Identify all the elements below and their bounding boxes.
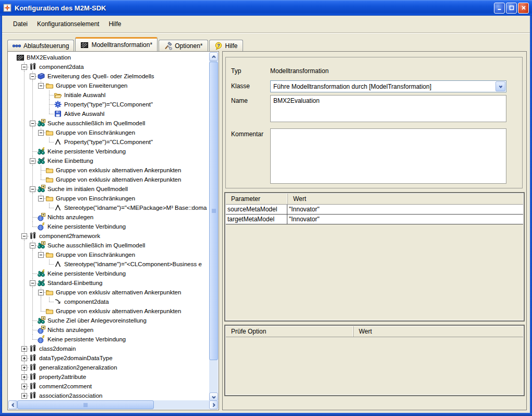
klasse-select[interactable]: Führe Modelltransformation durch [ModelT… — [270, 80, 506, 92]
maximize-button[interactable] — [506, 3, 517, 14]
kommentar-input[interactable] — [270, 128, 506, 184]
tree-item[interactable]: Gruppe von Einschränkungen — [9, 250, 210, 259]
tree-item[interactable]: Nichts anzulegen — [9, 212, 210, 222]
tab-ablaufsteuerung[interactable]: Ablaufsteuerung — [7, 40, 74, 51]
tree-item[interactable]: Erweiterung des Quell- oder Zielmodells — [9, 72, 210, 81]
tree-item[interactable]: Keine persistente Verbindung — [9, 335, 210, 344]
floppy-icon — [54, 110, 62, 118]
tab-optionen[interactable]: Optionen* — [159, 40, 208, 51]
table-row[interactable]: targetMetaModel"Innovator" — [226, 215, 523, 224]
tree-expander-minus[interactable] — [30, 243, 35, 248]
tree-expander-plus[interactable] — [21, 365, 27, 371]
tree-expander-minus[interactable] — [30, 158, 35, 164]
table-row[interactable]: sourceMetaModel"Innovator" — [226, 205, 523, 215]
parameter-table: ParameterWertsourceMetaModel"Innovator"t… — [224, 192, 525, 322]
tree-item[interactable]: generalization2generalization — [9, 363, 210, 372]
tree-item[interactable]: class2domain — [9, 344, 210, 353]
tree-expander-minus[interactable] — [38, 130, 44, 136]
scroll-right-button[interactable] — [209, 400, 218, 409]
tree-item[interactable]: BMX2Evaluation — [9, 53, 210, 62]
tree-expander-minus[interactable] — [38, 83, 44, 89]
tree-expander-plus[interactable] — [21, 393, 27, 399]
tree-item[interactable]: Gruppe von Erweiterungen — [9, 81, 210, 90]
tree-item[interactable]: Gruppe von exklusiv alternativen Ankerpu… — [9, 288, 210, 297]
tree-expander-plus[interactable] — [21, 346, 27, 352]
tree-item[interactable]: Standard-Einbettung — [9, 278, 210, 288]
menu-item-datei[interactable]: Datei — [8, 19, 32, 29]
tree-item[interactable]: Property("type")="CLComponent" — [9, 100, 210, 109]
folder-icon — [45, 166, 54, 174]
tab-hilfe[interactable]: ?Hilfe — [209, 40, 243, 51]
column-header-parameter: Parameter — [226, 194, 287, 204]
tree-expander-minus[interactable] — [38, 290, 44, 295]
tree-item-label: component2data — [64, 297, 109, 306]
tree-item[interactable]: association2association — [9, 391, 210, 400]
lambda-icon — [54, 204, 62, 212]
tree-expander-minus[interactable] — [21, 233, 27, 239]
configuration-tree[interactable]: BMX2Evaluationcomponent2dataErweiterung … — [9, 53, 210, 401]
tree-item[interactable]: Stereotype("idname")="<CLComponent>Busin… — [9, 259, 210, 269]
tree-item[interactable]: Suche Ziel über Anlegevoreinstellung — [9, 316, 210, 325]
horizontal-scroll-thumb[interactable] — [17, 400, 154, 409]
tree-item[interactable]: Nichts anzulegen — [9, 325, 210, 335]
globe-box-icon — [37, 326, 45, 334]
name-input[interactable]: BMX2Evaluation — [270, 95, 506, 122]
tree-item[interactable]: Suche ausschließlich im Quellmodell — [9, 118, 210, 128]
mapping-icon — [29, 382, 37, 390]
tree-item[interactable]: Keine persistente Verbindung — [9, 147, 210, 156]
tree-item[interactable]: Gruppe von Einschränkungen — [9, 194, 210, 203]
folder-icon — [45, 194, 54, 203]
menu-item-konfigurationselement[interactable]: Konfigurationselement — [32, 19, 104, 29]
tree-expander-plus[interactable] — [21, 374, 27, 380]
scroll-up-button[interactable] — [209, 52, 218, 61]
tree-item[interactable]: Keine Einbettung — [9, 156, 210, 165]
close-button[interactable] — [518, 3, 529, 14]
tree-item[interactable]: Keine persistente Verbindung — [9, 222, 210, 231]
tree-item[interactable]: Gruppe von exklusiv alternativen Ankerpu… — [9, 165, 210, 175]
flow-icon — [13, 42, 21, 50]
minimize-button[interactable] — [494, 3, 505, 14]
tab-modelltransformation[interactable]: Modelltransformation* — [75, 37, 158, 51]
search-box-icon — [37, 316, 45, 325]
tree-expander-minus[interactable] — [38, 252, 44, 258]
typ-value: Modelltransformation — [270, 67, 329, 75]
tree-item[interactable]: Aktive Auswahl — [9, 109, 210, 118]
tree-item-label: Property("type")="CLComponent" — [64, 137, 153, 147]
tree-item[interactable]: Gruppe von exklusiv alternativen Ankerpu… — [9, 175, 210, 184]
tree-item[interactable]: Initiale Auswahl — [9, 90, 210, 100]
combo-dropdown-button[interactable] — [495, 81, 505, 91]
tree-item-label: BMX2Evaluation — [27, 53, 71, 62]
tree-item-label: Erweiterung des Quell- oder Zielmodells — [47, 72, 154, 81]
tree-item[interactable]: dataType2domainDataType — [9, 353, 210, 363]
tree-expander-minus[interactable] — [38, 196, 44, 201]
vertical-scroll-thumb[interactable] — [209, 62, 218, 360]
tree-item[interactable]: Keine persistente Verbindung — [9, 269, 210, 278]
tree-item[interactable]: Suche im initialen Quellmodell — [9, 184, 210, 194]
tree-expander-minus[interactable] — [30, 186, 35, 192]
tree-item[interactable]: Suche ausschließlich im Quellmodell — [9, 241, 210, 250]
tab-label: Ablaufsteuerung — [23, 42, 69, 50]
horizontal-scrollbar[interactable] — [8, 400, 218, 409]
kommentar-label: Kommentar — [231, 130, 263, 138]
folder-icon — [45, 307, 54, 315]
tree-expander-minus[interactable] — [21, 64, 27, 70]
tree-expander-minus[interactable] — [30, 121, 35, 126]
tree-item[interactable]: component2data — [9, 297, 210, 306]
tree-item[interactable]: component2framework — [9, 231, 210, 241]
tree-expander-minus[interactable] — [30, 280, 35, 286]
tree-expander-plus[interactable] — [21, 384, 27, 389]
tree-item[interactable]: component2data — [9, 62, 210, 72]
tree-item-label: dataType2domainDataType — [39, 353, 113, 363]
globe-box-icon — [37, 213, 45, 221]
scroll-left-button[interactable] — [8, 400, 17, 409]
tree-item[interactable]: Gruppe von exklusiv alternativen Ankerpu… — [9, 306, 210, 316]
tree-item[interactable]: Property("type")="CLComponent" — [9, 137, 210, 147]
tree-expander-minus[interactable] — [30, 74, 35, 79]
tree-item[interactable]: Gruppe von Einschränkungen — [9, 128, 210, 137]
tree-expander-plus[interactable] — [21, 355, 27, 361]
menu-item-hilfe[interactable]: Hilfe — [104, 19, 126, 29]
vertical-scrollbar[interactable] — [209, 52, 218, 401]
tree-item[interactable]: property2attribute — [9, 372, 210, 382]
tree-item[interactable]: comment2comment — [9, 382, 210, 391]
tree-item[interactable]: Stereotype("idname")="<MEPackage>M³ Base… — [9, 203, 210, 212]
